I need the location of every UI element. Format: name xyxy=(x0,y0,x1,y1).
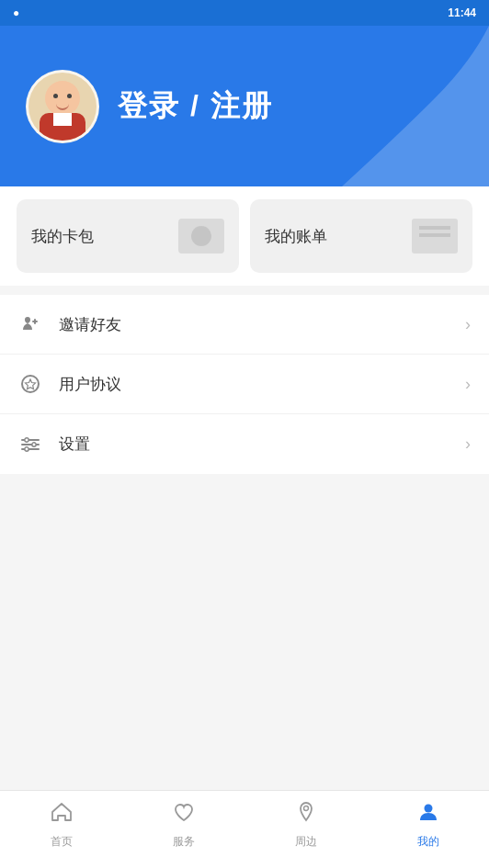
bill-card-label: 我的账单 xyxy=(265,226,327,247)
settings-label: 设置 xyxy=(59,434,465,455)
avatar-eye-left xyxy=(53,94,58,98)
menu-item-settings[interactable]: 设置 › xyxy=(0,414,489,474)
svg-point-6 xyxy=(25,446,28,450)
svg-point-5 xyxy=(32,442,36,445)
settings-icon xyxy=(18,433,42,457)
status-time: 11:44 xyxy=(448,6,476,19)
nav-item-home[interactable]: 首页 xyxy=(0,800,122,850)
profile-header[interactable]: 登录 / 注册 xyxy=(0,26,489,186)
invite-arrow: › xyxy=(465,315,471,334)
avatar[interactable] xyxy=(26,70,99,143)
mine-icon xyxy=(416,800,440,829)
cards-row: 我的卡包 我的账单 xyxy=(17,199,472,273)
settings-arrow: › xyxy=(465,434,471,454)
bill-card-icon xyxy=(412,219,458,254)
bottom-nav: 首页 服务 周边 我的 xyxy=(0,790,489,868)
home-icon xyxy=(50,800,74,829)
svg-point-4 xyxy=(25,437,28,441)
menu-item-invite[interactable]: 邀请好友 › xyxy=(0,295,489,355)
nav-item-mine[interactable]: 我的 xyxy=(367,800,489,850)
status-indicator: ● xyxy=(13,6,19,19)
svg-point-8 xyxy=(424,805,432,813)
nearby-icon xyxy=(294,800,318,829)
wallet-card-label: 我的卡包 xyxy=(31,226,94,247)
avatar-face xyxy=(45,81,80,116)
agreement-label: 用户协议 xyxy=(59,374,465,395)
menu-item-agreement[interactable]: 用户协议 › xyxy=(0,355,489,414)
avatar-body xyxy=(40,113,85,141)
nearby-label: 周边 xyxy=(295,834,317,850)
cards-section: 我的卡包 我的账单 xyxy=(0,186,489,286)
wallet-card-icon xyxy=(178,219,224,254)
avatar-collar xyxy=(53,113,72,126)
wallet-card[interactable]: 我的卡包 xyxy=(17,199,239,273)
invite-label: 邀请好友 xyxy=(59,314,465,335)
svg-point-7 xyxy=(303,806,308,811)
nav-item-nearby[interactable]: 周边 xyxy=(244,800,367,850)
home-label: 首页 xyxy=(51,834,73,850)
avatar-eye-right xyxy=(67,94,72,98)
service-icon xyxy=(172,800,196,829)
bill-card[interactable]: 我的账单 xyxy=(250,199,472,273)
service-label: 服务 xyxy=(173,834,195,850)
nav-item-service[interactable]: 服务 xyxy=(122,800,244,850)
avatar-figure xyxy=(35,81,90,141)
agreement-arrow: › xyxy=(465,375,471,394)
header-title[interactable]: 登录 / 注册 xyxy=(118,86,273,127)
agreement-icon xyxy=(18,372,42,396)
invite-icon xyxy=(18,312,42,336)
status-bar: ● 11:44 xyxy=(0,0,489,26)
header-text: 登录 / 注册 xyxy=(118,86,273,127)
menu-section: 邀请好友 › 用户协议 › 设置 › xyxy=(0,295,489,474)
header-decoration xyxy=(268,26,489,186)
mine-label: 我的 xyxy=(417,834,439,850)
